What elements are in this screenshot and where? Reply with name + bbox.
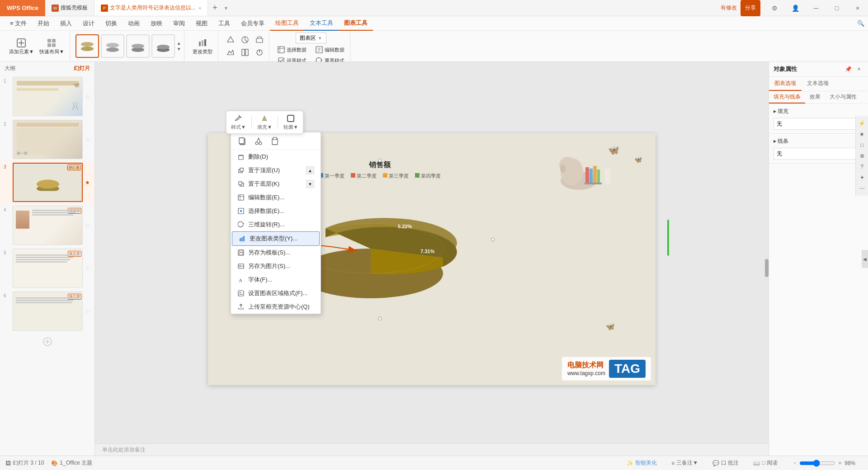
ctx-bring-front[interactable]: 置于顶层(U) ▲: [231, 164, 321, 177]
panel-sub-size[interactable]: 大小与属性: [825, 91, 861, 103]
ctx-upload[interactable]: 上传至框壳资源中心(Q): [231, 300, 321, 314]
minimize-btn[interactable]: ─: [806, 0, 826, 16]
ai-btn[interactable]: ✨ 智能美化: [627, 459, 657, 467]
quick-layout-btn[interactable]: 快速布局▼: [37, 34, 67, 58]
ribbon-tab-animation[interactable]: 动画: [123, 16, 145, 31]
ctx-font[interactable]: A 字体(F)...: [231, 273, 321, 287]
side-icon-6[interactable]: ✦: [858, 173, 867, 182]
chart-area-dropdown[interactable]: 图表区 ▼: [296, 33, 326, 43]
outline-tool-btn[interactable]: 轮廓▼: [283, 114, 298, 131]
edit-data-btn[interactable]: 编辑数据: [313, 45, 347, 54]
panel-close-icon[interactable]: ×: [854, 65, 863, 74]
ctx-cut-icon[interactable]: [254, 136, 264, 146]
tab-1[interactable]: W 搜狐壳模板: [45, 0, 94, 16]
user-btn[interactable]: 有修改: [717, 0, 741, 16]
panel-fill-dropdown[interactable]: 无 ▼: [774, 118, 863, 130]
slide-thumb-2[interactable]: 2 第一章 ☆: [0, 118, 94, 161]
ctx-save-image[interactable]: 另存为图片(S)...: [231, 259, 321, 273]
chart-thumb-1[interactable]: [75, 34, 99, 58]
sidebar-slides-label[interactable]: 幻灯片: [74, 65, 90, 72]
tab-2[interactable]: P 文字是人类用符号记录表达信息以... ×: [94, 0, 208, 16]
account-btn[interactable]: 👤: [785, 0, 806, 16]
add-slide-btn[interactable]: [0, 333, 94, 351]
change-type-btn[interactable]: 更改类型: [190, 34, 215, 58]
ctx-copy-icon[interactable]: [237, 136, 247, 146]
fill-tool-btn[interactable]: 填充▼: [257, 114, 272, 131]
ribbon-tab-start[interactable]: 开始: [32, 16, 55, 31]
side-icon-4[interactable]: ⊕: [858, 151, 867, 160]
side-icon-2[interactable]: ★: [858, 130, 867, 139]
slide-thumb-3[interactable]: 3 销售额 第三章 ★: [0, 161, 94, 204]
comments-btn[interactable]: 💬 口 批注: [712, 459, 739, 467]
maximize-btn[interactable]: □: [826, 0, 847, 16]
zoom-slider[interactable]: [799, 460, 835, 467]
ctx-change-chart-type[interactable]: 更改图表类型(Y)...: [232, 231, 320, 246]
canvas-scrollbar[interactable]: [765, 62, 769, 456]
chart-nav-up[interactable]: ▲: [177, 41, 181, 46]
sidebar-collapse-btn[interactable]: ◀: [862, 250, 868, 268]
share-btn[interactable]: 分享: [741, 0, 760, 16]
ribbon-tab-tools[interactable]: 工具: [213, 16, 236, 31]
panel-sub-fill[interactable]: 填充与线条: [769, 91, 805, 103]
icon-btn-4[interactable]: [224, 47, 237, 58]
ctx-format-chart[interactable]: 设置图表区域格式(F)...: [231, 287, 321, 300]
reading-btn[interactable]: 📖 □ 阅读: [753, 459, 778, 467]
ribbon-tab-design[interactable]: 设计: [77, 16, 100, 31]
ribbon-tab-chart[interactable]: 图表工具: [339, 16, 373, 31]
ctx-paste-icon[interactable]: [270, 136, 280, 146]
add-element-btn[interactable]: 添加元素▼: [6, 34, 37, 58]
ribbon-tab-text[interactable]: 文本工具: [304, 16, 339, 31]
chart-thumb-2[interactable]: [101, 34, 124, 58]
panel-sub-effect[interactable]: 效果: [805, 91, 825, 103]
search-btn[interactable]: 🔍: [854, 16, 868, 31]
ribbon-tab-review[interactable]: 审阅: [168, 16, 190, 31]
ctx-3d-rotate[interactable]: 三维旋转(R)...: [231, 218, 321, 231]
ctx-edit-data[interactable]: 编辑数据(E)...: [231, 191, 321, 204]
tab-nav-arrow[interactable]: ▼: [223, 5, 228, 11]
ctx-send-back[interactable]: 置于底层(K) ▼: [231, 177, 321, 191]
slide-thumb-1[interactable]: 1 🐰 🦋 ☆: [0, 75, 94, 118]
side-icon-5[interactable]: ?: [858, 162, 867, 171]
zoom-out-btn[interactable]: －: [792, 459, 797, 467]
icon-btn-5[interactable]: [238, 47, 252, 58]
ribbon-tab-drawing[interactable]: 绘图工具: [270, 16, 304, 31]
tab-add-button[interactable]: +: [208, 3, 222, 13]
panel-tab-chart[interactable]: 图表选项: [769, 77, 802, 91]
sidebar-outline-label[interactable]: 大纲: [5, 65, 15, 72]
icon-btn-2[interactable]: [238, 34, 252, 46]
ctx-save-template[interactable]: 另存为模板(S)...: [231, 246, 321, 259]
slide-thumb-4[interactable]: 4 第四章 ☆: [0, 204, 94, 247]
zoom-in-btn[interactable]: ＋: [837, 459, 843, 467]
ribbon-tab-playback[interactable]: 放映: [145, 16, 168, 31]
panel-pin-icon[interactable]: 📌: [844, 65, 853, 74]
scrollbar-thumb[interactable]: [765, 259, 769, 277]
slide-thumb-6[interactable]: 6 第六章 ☆: [0, 290, 94, 333]
notes-btn[interactable]: ≡ 三备注▼: [671, 459, 698, 467]
panel-line-dropdown[interactable]: 无 ▼: [774, 148, 863, 160]
panel-tab-text[interactable]: 文本选项: [802, 77, 834, 91]
ctx-delete[interactable]: 删除(D): [231, 150, 321, 164]
ribbon-tab-file[interactable]: ≡ 文件: [5, 16, 32, 31]
chart-thumb-4[interactable]: [151, 34, 175, 58]
ribbon-tab-insert[interactable]: 插入: [55, 16, 77, 31]
select-data-btn[interactable]: 选择数据: [275, 45, 309, 54]
ribbon-tab-view[interactable]: 视图: [190, 16, 213, 31]
icon-btn-6[interactable]: [253, 47, 266, 58]
ctx-select-data[interactable]: 选择数据(E)...: [231, 204, 321, 218]
side-icon-1[interactable]: ⚡: [858, 119, 867, 128]
chart-nav-down[interactable]: ▼: [177, 47, 181, 52]
icon-btn-1[interactable]: [224, 34, 237, 46]
icon-btn-3[interactable]: [253, 34, 266, 46]
chart-thumb-3[interactable]: [126, 34, 150, 58]
style-tool-btn[interactable]: 样式▼: [231, 114, 246, 131]
close-btn[interactable]: ×: [847, 0, 868, 16]
side-icon-dots[interactable]: ⋯: [858, 184, 867, 193]
svg-rect-63: [239, 155, 243, 160]
notes-bar[interactable]: 单击此处添加备注: [95, 443, 769, 456]
ribbon-tab-vip[interactable]: 会员专享: [236, 16, 270, 31]
settings-btn[interactable]: ⚙: [764, 0, 785, 16]
tab-2-close[interactable]: ×: [198, 5, 201, 11]
side-icon-3[interactable]: □: [858, 141, 867, 150]
slide-thumb-5[interactable]: 5 第五章 ☆: [0, 247, 94, 290]
ribbon-tab-transition[interactable]: 切换: [100, 16, 123, 31]
